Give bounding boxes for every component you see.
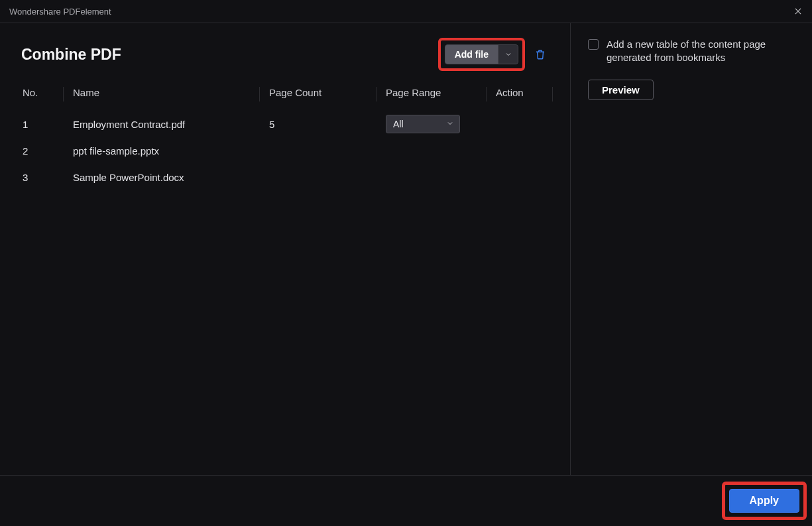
highlight-add-file: Add file (438, 38, 525, 71)
cell-name: Sample PowerPoint.docx (64, 172, 260, 183)
table-row[interactable]: 2 ppt file-sample.pptx (21, 137, 553, 164)
table-row[interactable]: 3 Sample PowerPoint.docx (21, 164, 553, 190)
add-file-split-button[interactable]: Add file (445, 44, 518, 64)
cell-name: Employment Contract.pdf (64, 119, 260, 130)
window-title: Wondershare PDFelement (9, 7, 111, 17)
col-header-pagecount: Page Count (260, 87, 377, 101)
close-icon[interactable] (792, 5, 804, 17)
page-range-select[interactable]: All (386, 115, 460, 133)
cell-no: 3 (21, 172, 64, 183)
cell-name: ppt file-sample.pptx (64, 145, 260, 157)
chevron-down-icon (446, 119, 454, 129)
table-header: No. Name Page Count Page Range Action (21, 83, 553, 111)
preview-button[interactable]: Preview (588, 80, 654, 100)
cell-no: 1 (21, 119, 64, 130)
page-range-value: All (393, 119, 404, 129)
col-header-name: Name (64, 87, 260, 101)
toc-option-label: Add a new table of the content page gene… (607, 38, 795, 65)
col-header-no: No. (21, 87, 64, 101)
apply-button[interactable]: Apply (729, 489, 799, 513)
file-table: No. Name Page Count Page Range Action 1 … (21, 83, 553, 190)
cell-pagecount: 5 (260, 119, 377, 130)
table-row[interactable]: 1 Employment Contract.pdf 5 All (21, 111, 553, 137)
add-file-dropdown[interactable] (498, 45, 518, 64)
page-title: Combine PDF (21, 46, 121, 64)
highlight-apply: Apply (722, 482, 807, 520)
cell-no: 2 (21, 145, 64, 157)
col-header-action: Action (487, 87, 553, 101)
add-file-button[interactable]: Add file (445, 45, 498, 64)
trash-icon[interactable] (534, 48, 546, 60)
col-header-pagerange: Page Range (377, 87, 487, 101)
toc-checkbox[interactable] (588, 39, 599, 50)
